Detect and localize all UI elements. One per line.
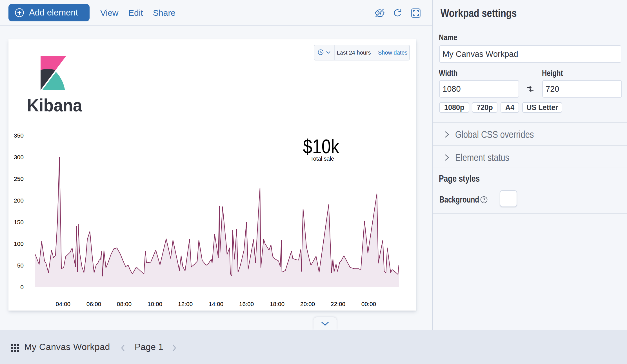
svg-text:06:00: 06:00: [86, 301, 101, 307]
svg-text:50: 50: [17, 262, 24, 269]
svg-text:14:00: 14:00: [209, 301, 224, 307]
svg-text:10:00: 10:00: [148, 301, 163, 307]
svg-text:04:00: 04:00: [56, 301, 71, 307]
svg-text:300: 300: [14, 154, 24, 160]
svg-text:18:00: 18:00: [270, 301, 285, 307]
svg-text:22:00: 22:00: [331, 301, 346, 307]
svg-text:250: 250: [14, 176, 24, 182]
svg-text:100: 100: [14, 241, 24, 247]
svg-text:08:00: 08:00: [117, 301, 132, 307]
svg-text:150: 150: [14, 219, 24, 225]
svg-text:00:00: 00:00: [361, 301, 376, 307]
svg-text:0: 0: [20, 284, 24, 290]
svg-text:350: 350: [14, 132, 24, 139]
svg-text:200: 200: [14, 197, 24, 204]
svg-text:20:00: 20:00: [300, 301, 315, 307]
svg-text:16:00: 16:00: [239, 301, 254, 307]
svg-text:12:00: 12:00: [178, 301, 193, 307]
